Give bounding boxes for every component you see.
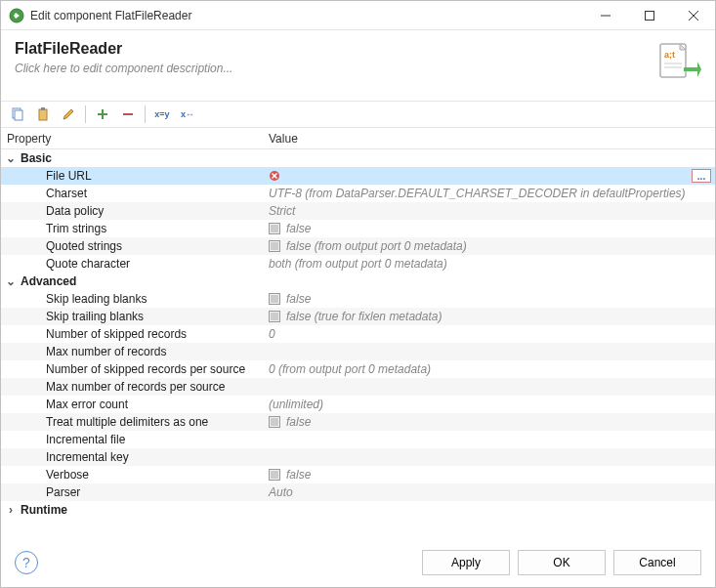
chevron-right-icon: › (1, 503, 21, 517)
property-row[interactable]: Max number of records per source (1, 378, 715, 396)
property-row[interactable]: CharsetUTF-8 (from DataParser.DEFAULT_CH… (1, 185, 715, 202)
property-name: Verbose (1, 468, 263, 482)
property-row[interactable]: Incremental key (1, 448, 715, 466)
property-name: Skip trailing blanks (1, 310, 263, 323)
svg-rect-10 (15, 110, 22, 120)
help-button[interactable]: ? (15, 551, 38, 574)
value-text: false (true for fixlen metadata) (286, 310, 442, 323)
value-text: Auto (269, 485, 293, 499)
property-row[interactable]: Max error count(unlimited) (1, 396, 715, 413)
property-row[interactable]: File URL... (1, 167, 715, 185)
apply-button[interactable]: Apply (422, 550, 510, 575)
property-row[interactable]: Treat multiple delimiters as onefalse (1, 413, 715, 431)
value-text: false (from output port 0 metadata) (286, 239, 467, 253)
property-value[interactable]: false (from output port 0 metadata) (263, 239, 715, 253)
value-text: false (286, 292, 311, 306)
svg-rect-12 (41, 107, 45, 110)
copy-icon[interactable] (7, 104, 28, 125)
close-button[interactable] (671, 1, 715, 29)
property-row[interactable]: Number of skipped records per source0 (f… (1, 360, 715, 378)
header: FlatFileReader Click here to edit compon… (1, 30, 715, 101)
chevron-down-icon: ⌄ (1, 151, 21, 165)
chevron-down-icon: ⌄ (1, 274, 21, 288)
component-name: FlatFileReader (15, 40, 654, 58)
cancel-button[interactable]: Cancel (613, 550, 701, 575)
component-description[interactable]: Click here to edit component description… (15, 62, 654, 75)
value-text: false (286, 222, 311, 235)
group-row[interactable]: ⌄Basic (1, 149, 715, 167)
group-row[interactable]: ⌄Advanced (1, 273, 715, 290)
group-label: Basic (21, 151, 52, 165)
property-name: Quote character (1, 257, 263, 271)
property-name: Trim strings (1, 222, 263, 235)
property-name: Treat multiple delimiters as one (1, 415, 263, 429)
checkbox-icon[interactable] (269, 311, 280, 322)
value-text: Strict (269, 204, 295, 218)
property-row[interactable]: Verbosefalse (1, 466, 715, 483)
checkbox-icon[interactable] (269, 469, 280, 481)
property-row[interactable]: Trim stringsfalse (1, 220, 715, 237)
property-name: Charset (1, 187, 263, 200)
property-value[interactable]: false (263, 468, 715, 482)
property-row[interactable]: Skip leading blanksfalse (1, 290, 715, 308)
minimize-button[interactable] (583, 1, 627, 29)
property-value[interactable]: false (263, 292, 715, 306)
property-value[interactable]: both (from output port 0 metadata) (263, 257, 715, 271)
property-name: Number of skipped records (1, 327, 263, 341)
property-tree[interactable]: ⌄BasicFile URL...CharsetUTF-8 (from Data… (1, 149, 715, 538)
app-icon (9, 8, 24, 23)
add-icon[interactable] (92, 104, 113, 125)
value-text: both (from output port 0 metadata) (269, 257, 447, 271)
property-row[interactable]: Data policyStrict (1, 202, 715, 220)
property-value[interactable]: false (263, 222, 715, 235)
property-value[interactable]: Strict (263, 204, 715, 218)
property-name: File URL (1, 169, 263, 183)
value-text: false (286, 415, 311, 429)
checkbox-icon[interactable] (269, 223, 280, 234)
xy-icon[interactable]: x=y (151, 104, 173, 125)
group-row[interactable]: ›Runtime (1, 501, 715, 519)
swap-icon[interactable]: x↔ (177, 104, 198, 125)
property-row[interactable]: Max number of records (1, 343, 715, 360)
property-row[interactable]: Skip trailing blanksfalse (true for fixl… (1, 308, 715, 325)
property-value[interactable]: 0 (from output port 0 metadata) (263, 362, 715, 376)
property-row[interactable]: Number of skipped records0 (1, 325, 715, 343)
checkbox-icon[interactable] (269, 416, 280, 428)
titlebar: Edit component FlatFileReader (1, 1, 715, 30)
svg-rect-2 (645, 11, 653, 20)
flatfile-icon: a;t (654, 40, 701, 87)
value-text: UTF-8 (from DataParser.DEFAULT_CHARSET_D… (269, 187, 686, 200)
property-row[interactable]: ParserAuto (1, 483, 715, 501)
edit-icon[interactable] (58, 104, 79, 125)
checkbox-icon[interactable] (269, 240, 280, 252)
checkbox-icon[interactable] (269, 293, 280, 305)
property-value[interactable]: ... (263, 170, 715, 182)
error-icon (269, 170, 280, 182)
remove-icon[interactable] (117, 104, 139, 125)
property-name: Max error count (1, 398, 263, 411)
toolbar: x=y x↔ (1, 101, 715, 128)
property-value[interactable]: Auto (263, 485, 715, 499)
property-name: Incremental key (1, 450, 263, 464)
property-name: Number of skipped records per source (1, 362, 263, 376)
property-value[interactable]: false (true for fixlen metadata) (263, 310, 715, 323)
property-value[interactable]: (unlimited) (263, 398, 715, 411)
paste-icon[interactable] (32, 104, 54, 125)
property-row[interactable]: Quoted stringsfalse (from output port 0 … (1, 237, 715, 255)
property-name: Quoted strings (1, 239, 263, 253)
group-label: Runtime (21, 503, 67, 517)
maximize-button[interactable] (627, 1, 671, 29)
ok-button[interactable]: OK (518, 550, 606, 575)
separator (145, 105, 146, 123)
property-row[interactable]: Quote characterboth (from output port 0 … (1, 255, 715, 273)
footer: ? Apply OK Cancel (1, 538, 715, 587)
property-value[interactable]: false (263, 415, 715, 429)
value-text: 0 (269, 327, 275, 341)
value-text: false (286, 468, 311, 482)
property-value[interactable]: 0 (263, 327, 715, 341)
property-row[interactable]: Incremental file (1, 431, 715, 448)
browse-button[interactable]: ... (692, 169, 711, 183)
property-name: Max number of records per source (1, 380, 263, 394)
group-label: Advanced (21, 274, 76, 288)
property-value[interactable]: UTF-8 (from DataParser.DEFAULT_CHARSET_D… (263, 187, 715, 200)
